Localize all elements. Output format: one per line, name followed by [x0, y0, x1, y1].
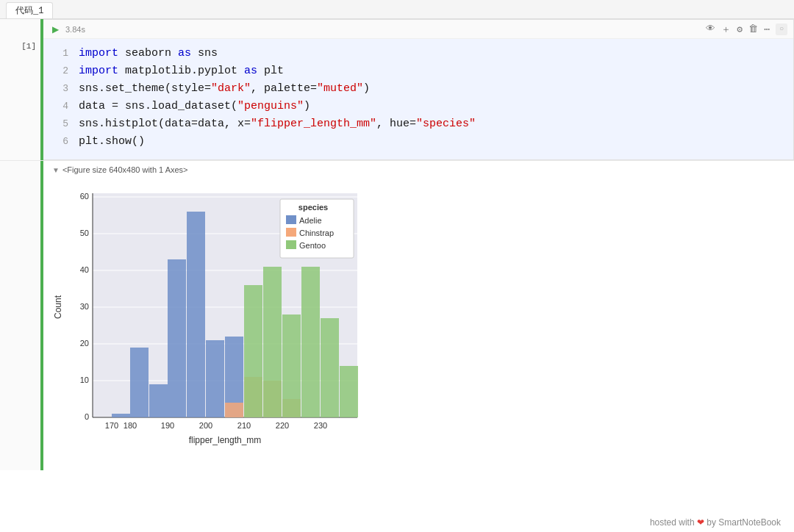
gentoo-bar-225: [321, 318, 339, 417]
legend-chinstrap-swatch: [286, 228, 296, 237]
adelie-bar-185: [168, 259, 186, 417]
line-num-1: 1: [52, 46, 68, 62]
line-num-6: 6: [52, 134, 68, 150]
code-line-6: 6 plt.show(): [52, 133, 784, 151]
y-tick-0: 0: [85, 412, 89, 421]
gentoo-bar-205: [244, 285, 262, 417]
x-tick-185: 190: [161, 421, 174, 430]
line-text-5: sns.histplot(data=data, x="flipper_lengt…: [79, 115, 476, 133]
y-tick-10: 10: [80, 375, 89, 384]
y-tick-50: 50: [80, 229, 89, 237]
x-tick-195: 200: [199, 421, 212, 430]
eye-icon[interactable]: 👁: [706, 24, 715, 35]
footer-suffix: by SmartNoteBook: [707, 517, 781, 528]
code-cell: ▶ 3.84s 👁 ＋ ⚙ 🗑 ⋯ ○ 1 import seaborn as …: [43, 19, 794, 160]
output-area: ▼ <Figure size 640x480 with 1 Axes>: [0, 160, 794, 470]
footer-heart: ❤: [697, 517, 704, 528]
adelie-bar-175: [130, 348, 149, 417]
gentoo-bar-230: [340, 366, 358, 417]
y-tick-60: 60: [80, 192, 89, 201]
legend-gentoo-label: Gentoo: [299, 241, 326, 250]
chart-wrapper: 0 10 20 30 40 50 60 170 180 190 200 210 …: [52, 179, 376, 461]
line-text-3: sns.set_theme(style="dark", palette="mut…: [79, 80, 370, 98]
add-icon[interactable]: ＋: [721, 23, 731, 36]
code-content[interactable]: 1 import seaborn as sns 2 import matplot…: [43, 39, 793, 159]
line-num-4: 4: [52, 99, 68, 115]
cell-gutter: [1]: [0, 19, 40, 160]
output-gutter: [0, 161, 40, 470]
footer: hosted with ❤ by SmartNoteBook: [0, 513, 794, 532]
x-axis-label: flipper_length_mm: [189, 435, 262, 445]
legend-gentoo-swatch: [286, 240, 296, 249]
legend-adelie-swatch: [286, 215, 296, 224]
y-axis-label: Count: [53, 295, 63, 319]
y-tick-30: 30: [80, 302, 89, 311]
figure-label-text: <Figure size 640x480 with 1 Axes>: [62, 165, 188, 174]
y-tick-20: 20: [80, 339, 89, 348]
y-tick-40: 40: [80, 265, 89, 274]
code-line-5: 5 sns.histplot(data=data, x="flipper_len…: [52, 115, 784, 133]
code-cell-container: [1] ▶ 3.84s 👁 ＋ ⚙ 🗑 ⋯ ○ 1 import sea: [0, 19, 794, 160]
adelie-bar-180: [149, 384, 168, 417]
gentoo-bar-210: [263, 267, 282, 417]
output-content: ▼ <Figure size 640x480 with 1 Axes>: [43, 161, 794, 470]
line-num-2: 2: [52, 64, 68, 79]
more-icon[interactable]: ⋯: [764, 24, 770, 35]
x-tick-205: 210: [237, 421, 251, 430]
line-text-2: import matplotlib.pyplot as plt: [79, 62, 284, 80]
legend-title: species: [298, 203, 328, 212]
code-line-3: 3 sns.set_theme(style="dark", palette="m…: [52, 80, 784, 98]
cell-toolbar-left: ▶ 3.84s: [49, 24, 85, 35]
legend-chinstrap-label: Chinstrap: [299, 229, 334, 237]
line-text-1: import seaborn as sns: [79, 45, 218, 62]
chevron-down-icon[interactable]: ▼: [52, 166, 60, 174]
execution-time: 3.84s: [65, 25, 85, 34]
cell-execution-label: [1]: [21, 41, 36, 52]
delete-icon[interactable]: 🗑: [748, 24, 758, 35]
line-num-5: 5: [52, 117, 68, 132]
settings-icon[interactable]: ⚙: [737, 24, 743, 35]
legend-adelie-label: Adelie: [299, 216, 322, 225]
line-text-4: data = sns.load_dataset("penguins"): [79, 98, 310, 115]
x-tick-215: 220: [276, 421, 289, 430]
code-line-1: 1 import seaborn as sns: [52, 45, 784, 62]
adelie-bar-190: [187, 212, 205, 417]
tab-code[interactable]: 代码_1: [6, 2, 53, 18]
chinstrap-bar-200: [225, 403, 243, 417]
footer-text: hosted with: [650, 517, 695, 528]
gentoo-bar-220: [301, 267, 320, 417]
output-label: ▼ <Figure size 640x480 with 1 Axes>: [52, 165, 785, 174]
x-tick-225: 230: [314, 421, 327, 430]
collapse-icon[interactable]: ○: [776, 24, 787, 35]
adelie-bar-195: [206, 340, 224, 417]
x-tick-170: 170: [105, 421, 118, 430]
histogram-chart: 0 10 20 30 40 50 60 170 180 190 200 210 …: [52, 186, 368, 450]
code-line-2: 2 import matplotlib.pyplot as plt: [52, 62, 784, 80]
adelie-bar-170: [112, 414, 130, 417]
tab-bar: 代码_1: [0, 0, 794, 19]
x-tick-175: 180: [124, 421, 137, 430]
cell-toolbar: ▶ 3.84s 👁 ＋ ⚙ 🗑 ⋯ ○: [43, 20, 793, 39]
run-button[interactable]: ▶: [49, 24, 61, 35]
gentoo-bar-215: [282, 314, 301, 417]
line-num-3: 3: [52, 82, 68, 97]
code-line-4: 4 data = sns.load_dataset("penguins"): [52, 98, 784, 115]
cell-toolbar-right: 👁 ＋ ⚙ 🗑 ⋯ ○: [706, 23, 787, 36]
line-text-6: plt.show(): [79, 133, 145, 151]
